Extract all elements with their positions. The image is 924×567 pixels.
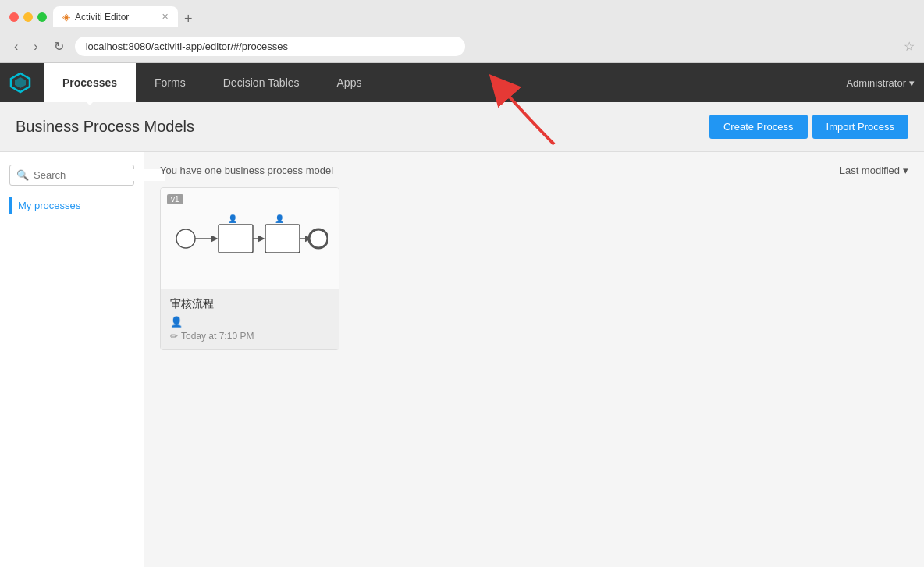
process-grid: v1 👤 👤 xyxy=(160,187,908,350)
sidebar: 🔍 My processes xyxy=(0,152,144,567)
card-diagram: v1 👤 👤 xyxy=(161,188,339,289)
new-tab-button[interactable]: + xyxy=(179,11,197,27)
tab-processes[interactable]: Processes xyxy=(44,63,136,102)
sidebar-item-my-processes[interactable]: My processes xyxy=(9,197,134,214)
results-count: You have one business process model xyxy=(160,165,333,176)
sort-chevron-icon: ▾ xyxy=(903,165,908,176)
minimize-button[interactable] xyxy=(23,12,33,22)
admin-user-menu[interactable]: Administrator ▾ xyxy=(846,77,915,89)
create-process-button[interactable]: Create Process xyxy=(709,115,808,139)
back-button[interactable]: ‹ xyxy=(9,38,23,55)
date-text: Today at 7:10 PM xyxy=(181,331,254,342)
page-header: Business Process Models Create Process I… xyxy=(0,102,924,152)
content-area: 🔍 My processes You have one business pro… xyxy=(0,152,924,567)
reload-button[interactable]: ↻ xyxy=(49,37,69,55)
search-icon: 🔍 xyxy=(16,169,29,181)
browser-tab-active[interactable]: ◈ Activiti Editor ✕ xyxy=(53,6,178,27)
tab-apps[interactable]: Apps xyxy=(318,63,381,102)
tab-favicon: ◈ xyxy=(62,11,70,23)
edit-icon: ✏ xyxy=(170,331,178,342)
nav-tabs: Processes Forms Decision Tables Apps xyxy=(44,63,380,102)
browser-actions: ☆ xyxy=(904,39,915,54)
fullscreen-button[interactable] xyxy=(37,12,47,22)
svg-point-2 xyxy=(176,229,195,248)
forward-button[interactable]: › xyxy=(29,38,42,55)
svg-marker-1 xyxy=(15,77,26,88)
svg-rect-7 xyxy=(265,225,300,253)
chevron-down-icon: ▾ xyxy=(909,77,915,89)
address-input[interactable] xyxy=(75,37,465,56)
traffic-lights[interactable] xyxy=(9,12,47,22)
address-bar-row: ‹ › ↻ ☆ xyxy=(9,34,915,62)
user-icon: 👤 xyxy=(170,316,183,328)
tab-forms[interactable]: Forms xyxy=(136,63,204,102)
page-title: Business Process Models xyxy=(16,118,709,136)
results-header: You have one business process model Last… xyxy=(160,165,908,176)
admin-label: Administrator xyxy=(846,77,906,89)
sort-button[interactable]: Last modified ▾ xyxy=(840,165,908,176)
bpmn-diagram: 👤 👤 xyxy=(172,200,328,278)
star-icon[interactable]: ☆ xyxy=(904,39,915,54)
tab-decision-tables[interactable]: Decision Tables xyxy=(204,63,318,102)
process-card[interactable]: v1 👤 👤 xyxy=(160,187,339,350)
import-process-button[interactable]: Import Process xyxy=(812,115,908,139)
sort-label: Last modified xyxy=(840,165,900,176)
card-user: 👤 xyxy=(170,316,329,328)
tab-bar: ◈ Activiti Editor ✕ + xyxy=(53,6,197,27)
tab-title: Activiti Editor xyxy=(75,12,129,23)
close-button[interactable] xyxy=(9,12,19,22)
svg-text:👤: 👤 xyxy=(228,214,238,224)
app-logo-icon xyxy=(9,72,31,94)
browser-chrome: ◈ Activiti Editor ✕ + ‹ › ↻ ☆ xyxy=(0,0,924,63)
search-box[interactable]: 🔍 xyxy=(9,165,134,186)
version-badge: v1 xyxy=(167,194,183,204)
app-navbar: Processes Forms Decision Tables Apps Adm… xyxy=(0,63,924,102)
card-info: 审核流程 👤 ✏ Today at 7:10 PM xyxy=(161,289,339,349)
svg-point-10 xyxy=(309,229,328,248)
svg-text:👤: 👤 xyxy=(275,214,285,224)
card-date: ✏ Today at 7:10 PM xyxy=(170,331,329,342)
card-title: 审核流程 xyxy=(170,297,329,311)
tab-close-icon[interactable]: ✕ xyxy=(162,12,169,22)
main-content: You have one business process model Last… xyxy=(144,152,924,567)
sidebar-item-label: My processes xyxy=(18,200,80,211)
svg-rect-4 xyxy=(219,225,253,253)
